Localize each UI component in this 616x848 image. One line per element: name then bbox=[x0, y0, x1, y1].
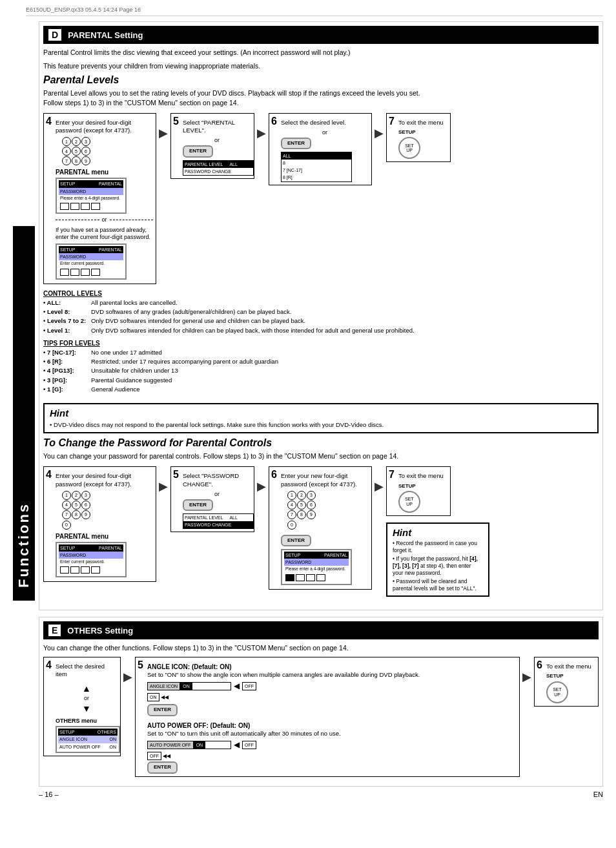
change-password-intro: You can change your password for parenta… bbox=[43, 451, 599, 461]
section-e-title: OTHERS Setting bbox=[67, 626, 133, 636]
parental-levels-steps: 4 Enter your desired four-digit password… bbox=[43, 113, 599, 284]
cp-select-display: PARENTAL LEVEL ALL PASSWORD CHANGE bbox=[183, 513, 254, 529]
section-d-intro2: This feature prevents your children from… bbox=[43, 61, 599, 71]
setup-button-icon: SETUP bbox=[398, 137, 420, 159]
cp-hint-item2: • If you forget the password, hit [4], [… bbox=[393, 555, 483, 577]
others-step6-content: To exit the menu SETUP SETUP bbox=[546, 663, 595, 703]
parental-level-select-display2: ALL 8 7 [NC-17] 8 [R] bbox=[281, 152, 352, 181]
step5-number: 5 bbox=[173, 115, 179, 129]
page-header: E6150UD_ENSP.qx33 05.4.5 14:24 Page 16 bbox=[26, 6, 603, 16]
cp-parental-menu-label: PARENTAL menu bbox=[56, 532, 153, 541]
arrow-e-4-5: ▶ bbox=[123, 657, 132, 684]
others-step6: 6 To exit the menu SETUP SETUP bbox=[534, 657, 599, 707]
numpad-cp: 1 2 3 4 5 6 7 8 9 bbox=[62, 491, 153, 519]
others-step4-num: 4 bbox=[46, 659, 52, 672]
arrow-6-7: ▶ bbox=[375, 113, 384, 140]
auto-off-row: OFF ◀◀ bbox=[147, 752, 517, 760]
cp-hint-item3: • Password will be cleared and parental … bbox=[393, 578, 483, 592]
enter-btn-cp6[interactable]: ENTER bbox=[281, 535, 311, 546]
section-d-intro1: Parental Control limits the disc viewing… bbox=[43, 48, 599, 57]
setup-button-icon3: SETUP bbox=[546, 681, 568, 703]
page-footer: – 16 – EN bbox=[39, 791, 603, 798]
change-pwd-step6: 6 Enter your new four-digit password (ex… bbox=[269, 466, 372, 590]
already-text: If you have set a password already, ente… bbox=[56, 227, 153, 242]
section-e-letter: E bbox=[47, 623, 62, 637]
others-steps: 4 Select the desired item ▲ or ▼ OTHERS … bbox=[43, 657, 599, 777]
change-pwd-step4: 4 Enter your desired four-digit password… bbox=[43, 466, 156, 582]
arrow-4-5: ▶ bbox=[159, 113, 168, 140]
others-step6-num: 6 bbox=[537, 659, 542, 672]
parental-menu-screen1: SETUP PARENTAL PASSWORD Please enter a 4… bbox=[56, 178, 127, 214]
cp-step6-screen: SETUP PARENTAL PASSWORD Please enter a 4… bbox=[281, 549, 352, 585]
change-password-title: To Change the Password for Parental Cont… bbox=[43, 437, 599, 449]
parental-menu-label: PARENTAL menu bbox=[56, 168, 153, 176]
auto-off-label: OFF bbox=[147, 752, 161, 760]
cp-step5-content: Select "PASSWORD CHANGE". or ENTER PAREN… bbox=[183, 472, 251, 529]
arrow-5-6: ▶ bbox=[257, 113, 266, 140]
setup-button-icon2: SETUP bbox=[398, 491, 420, 513]
cp-menu-screen: SETUP PARENTAL PASSWORD Enter current pa… bbox=[56, 542, 127, 578]
change-password-steps: 4 Enter your desired four-digit password… bbox=[43, 466, 599, 601]
change-pwd-step5: 5 Select "PASSWORD CHANGE". or ENTER PAR… bbox=[170, 466, 254, 532]
auto-on-label: OFF bbox=[242, 741, 256, 749]
others-step5: 5 ANGLE ICON: (Default: ON) Set to "ON" … bbox=[135, 657, 520, 777]
section-d: D PARENTAL Setting Parental Control limi… bbox=[39, 21, 603, 610]
cp-step6-content: Enter your new four-digit password (exce… bbox=[281, 472, 369, 585]
tips-section: TIPS FOR LEVELS • 7 [NC-17]:No one under… bbox=[43, 338, 599, 394]
others-step4: 4 Select the desired item ▲ or ▼ OTHERS … bbox=[43, 657, 121, 756]
parental-levels-step6: 6 Select the desired level. or ENTER ALL… bbox=[269, 113, 372, 185]
section-e-intro: You can change the other functions. Foll… bbox=[43, 643, 599, 653]
parental-levels-step4: 4 Enter your desired four-digit password… bbox=[43, 113, 156, 284]
step6-number: 6 bbox=[271, 115, 277, 129]
cp-hint-item1: • Record the password in case you forget… bbox=[393, 540, 483, 554]
angle-icon-toggle-row: ANGLE ICON ON ◀ OFF bbox=[147, 681, 517, 692]
on-label: ON bbox=[147, 693, 159, 701]
step7-number: 7 bbox=[389, 115, 395, 129]
others-step4-content: Select the desired item ▲ or ▼ OTHERS me… bbox=[56, 663, 118, 753]
section-e: E OTHERS Setting You can change the othe… bbox=[39, 617, 603, 787]
parental-levels-title: Parental Levels bbox=[43, 74, 599, 86]
enter-btn-angle[interactable]: ENTER bbox=[147, 704, 178, 716]
step4-content: Enter your desired four-digit password (… bbox=[56, 119, 153, 280]
enter-btn-cp5[interactable]: ENTER bbox=[183, 499, 213, 511]
parental-levels-step5: 5 Select "PARENTAL LEVEL". or ENTER PARE… bbox=[170, 113, 254, 179]
nav-arrows: ▲ or ▼ bbox=[56, 683, 118, 715]
parental-menu-screen2: SETUP PARENTAL PASSWORD Enter current pa… bbox=[56, 243, 127, 280]
angle-icon-toggle: ANGLE ICON ON bbox=[147, 682, 231, 690]
angle-on-row: ON ◀◀ bbox=[147, 693, 517, 701]
auto-power-section: AUTO POWER OFF: (Default: ON) Set to "ON… bbox=[147, 721, 517, 774]
functions-sidebar-label: Functions bbox=[13, 226, 35, 601]
section-d-letter: D bbox=[47, 28, 63, 42]
step6-content: Select the desired level. or ENTER ALL 8… bbox=[281, 119, 369, 182]
en-label: EN bbox=[593, 791, 603, 798]
arrow-cp-6-7: ▶ bbox=[375, 466, 384, 493]
angle-icon-section: ANGLE ICON: (Default: ON) Set to "ON" to… bbox=[147, 663, 517, 716]
arrow-cp-4-5: ▶ bbox=[159, 466, 168, 493]
cp-step6-number: 6 bbox=[271, 468, 277, 482]
cp-step7-content: To exit the menu SETUP SETUP bbox=[398, 472, 447, 513]
numpad: 1 2 3 4 5 6 7 8 9 bbox=[62, 137, 153, 165]
parental-levels-intro: Parental Level allows you to set the rat… bbox=[43, 88, 599, 107]
auto-power-toggle: AUTO POWER OFF ON bbox=[147, 741, 231, 749]
off-label: OFF bbox=[242, 682, 256, 690]
auto-power-toggle-row: AUTO POWER OFF ON ◀ OFF bbox=[147, 739, 517, 750]
others-step5-num: 5 bbox=[138, 659, 143, 672]
enter-btn-5[interactable]: ENTER bbox=[183, 145, 213, 157]
parental-level-select-display: PARENTAL LEVEL ALL PASSWORD CHANGE bbox=[183, 160, 254, 176]
others-menu-label: OTHERS menu bbox=[56, 718, 118, 725]
others-menu-display: SETUP OTHERS ANGLE ICON ON AUTO POWER OF… bbox=[56, 726, 120, 752]
or-separator: or bbox=[56, 216, 153, 224]
others-step5-content: ANGLE ICON: (Default: ON) Set to "ON" to… bbox=[147, 663, 517, 774]
change-pwd-hint: Hint • Record the password in case you f… bbox=[386, 522, 489, 597]
page-number: – 16 – bbox=[39, 791, 59, 798]
step5-content: Select "PARENTAL LEVEL". or ENTER PARENT… bbox=[183, 119, 251, 176]
change-pwd-step7: 7 To exit the menu SETUP SETUP bbox=[386, 466, 451, 516]
section-d-title: PARENTAL Setting bbox=[68, 30, 143, 40]
section-d-header: D PARENTAL Setting bbox=[43, 26, 599, 44]
step7-content: To exit the menu SETUP SETUP bbox=[398, 119, 447, 160]
cp-step7-number: 7 bbox=[389, 468, 395, 482]
parental-levels-hint: Hint • DVD-Video discs may not respond t… bbox=[43, 403, 599, 433]
section-e-header: E OTHERS Setting bbox=[43, 621, 599, 639]
enter-btn-power[interactable]: ENTER bbox=[147, 761, 178, 773]
enter-btn-6[interactable]: ENTER bbox=[281, 138, 311, 149]
